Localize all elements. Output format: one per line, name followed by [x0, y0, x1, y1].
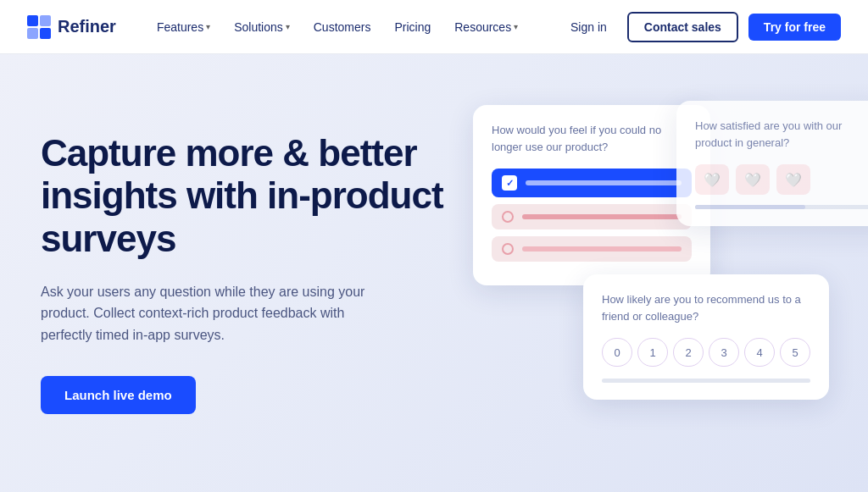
- option-row-selected[interactable]: ✓: [492, 169, 692, 197]
- hero-section: Capture more & better insights with in-p…: [0, 54, 868, 492]
- heart-option-2[interactable]: 🤍: [736, 164, 770, 195]
- hero-title: Capture more & better insights with in-p…: [41, 132, 448, 261]
- card1-question: How would you feel if you could no longe…: [492, 122, 692, 155]
- radio-icon: [502, 243, 514, 255]
- chevron-down-icon: ▾: [206, 22, 210, 31]
- hero-right: How would you feel if you could no longe…: [448, 54, 827, 492]
- nav-features[interactable]: Features ▾: [147, 15, 220, 39]
- nps-3[interactable]: 3: [709, 338, 739, 367]
- survey-card-satisfaction: How satisfied are you with our product i…: [676, 101, 868, 226]
- nps-4[interactable]: 4: [744, 338, 775, 367]
- logo-text: Refiner: [58, 17, 116, 36]
- card2-question: How satisfied are you with our product i…: [695, 118, 868, 151]
- card2-bar: [695, 205, 868, 209]
- option-row-2[interactable]: [492, 236, 692, 262]
- radio-icon: [502, 211, 514, 223]
- nav-right: Sign in Contact sales Try for free: [560, 12, 841, 42]
- nav-solutions[interactable]: Solutions ▾: [224, 15, 300, 39]
- nps-2[interactable]: 2: [673, 338, 704, 367]
- svg-rect-3: [40, 28, 51, 39]
- signin-button[interactable]: Sign in: [560, 15, 617, 39]
- option-row-1[interactable]: [492, 204, 692, 229]
- nav-links: Features ▾ Solutions ▾ Customers Pricing…: [147, 15, 560, 39]
- nav-pricing[interactable]: Pricing: [384, 15, 441, 39]
- heart-options: 🤍 🤍 🤍: [695, 164, 868, 195]
- option-bar-1: [522, 214, 682, 219]
- launch-demo-button[interactable]: Launch live demo: [41, 376, 196, 414]
- try-for-free-button[interactable]: Try for free: [748, 14, 841, 41]
- nav-customers[interactable]: Customers: [303, 15, 381, 39]
- survey-card-pmf: How would you feel if you could no longe…: [473, 105, 710, 285]
- card3-question: How likely are you to recommend us to a …: [602, 291, 810, 324]
- nav-resources[interactable]: Resources ▾: [444, 15, 528, 39]
- option-bar-selected: [526, 180, 682, 185]
- hero-left: Capture more & better insights with in-p…: [41, 132, 448, 415]
- logo-link[interactable]: Refiner: [27, 15, 116, 39]
- survey-card-nps: How likely are you to recommend us to a …: [583, 274, 829, 400]
- card3-bar: [602, 379, 810, 383]
- chevron-down-icon: ▾: [286, 22, 290, 31]
- heart-option-1[interactable]: 🤍: [695, 164, 729, 195]
- svg-rect-0: [27, 15, 38, 26]
- navbar: Refiner Features ▾ Solutions ▾ Customers…: [0, 0, 868, 54]
- svg-rect-2: [27, 28, 38, 39]
- chevron-down-icon: ▾: [514, 22, 518, 31]
- checkbox-checked-icon: ✓: [502, 175, 517, 191]
- contact-sales-button[interactable]: Contact sales: [627, 12, 738, 42]
- hero-subtitle: Ask your users any question while they a…: [41, 281, 380, 346]
- card2-bar-fill: [695, 205, 805, 209]
- option-bar-2: [522, 246, 682, 252]
- svg-rect-1: [40, 15, 51, 26]
- heart-option-3[interactable]: 🤍: [776, 164, 810, 195]
- nps-5[interactable]: 5: [780, 338, 810, 367]
- nps-options: 0 1 2 3 4 5: [602, 338, 810, 367]
- nps-1[interactable]: 1: [637, 338, 668, 367]
- nps-0[interactable]: 0: [602, 338, 632, 367]
